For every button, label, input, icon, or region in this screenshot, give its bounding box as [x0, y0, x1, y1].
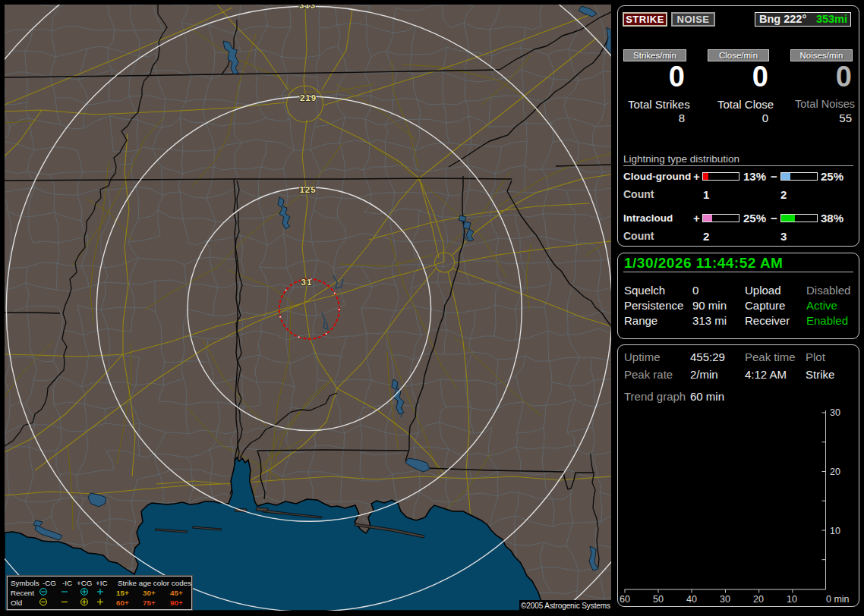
svg-text:10: 10 — [787, 594, 797, 605]
svg-text:31: 31 — [301, 278, 313, 287]
svg-text:10: 10 — [830, 526, 840, 536]
svg-text:125: 125 — [299, 185, 316, 194]
svg-text:30: 30 — [720, 594, 730, 605]
svg-text:40: 40 — [686, 594, 697, 605]
svg-text:0 min: 0 min — [826, 594, 850, 605]
svg-text:20: 20 — [753, 594, 764, 605]
svg-text:50: 50 — [653, 594, 664, 605]
svg-text:20: 20 — [830, 467, 840, 477]
svg-text:30: 30 — [830, 407, 840, 418]
svg-text:313: 313 — [299, 5, 316, 10]
svg-text:60: 60 — [620, 594, 630, 605]
svg-text:219: 219 — [300, 93, 317, 102]
